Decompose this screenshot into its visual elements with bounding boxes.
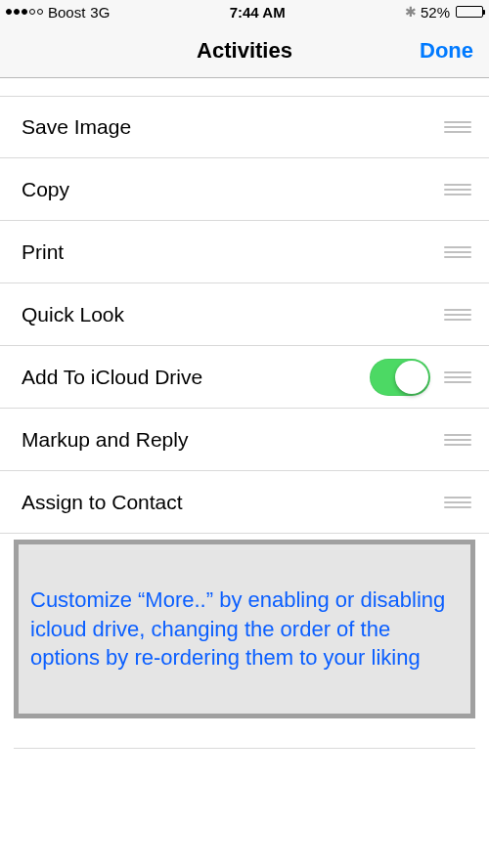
row-save-image[interactable]: Save Image (0, 96, 489, 158)
row-add-to-icloud-drive[interactable]: Add To iCloud Drive (0, 346, 489, 409)
carrier-label: Boost (48, 4, 85, 21)
row-print[interactable]: Print (0, 221, 489, 283)
row-label: Save Image (22, 115, 444, 139)
reorder-handle-icon[interactable] (444, 430, 471, 450)
row-label: Print (22, 240, 444, 264)
row-label: Copy (22, 178, 444, 201)
clock: 7:44 AM (230, 4, 286, 21)
status-bar: Boost 3G 7:44 AM ✱ 52% (0, 0, 489, 23)
row-markup-and-reply[interactable]: Markup and Reply (0, 409, 489, 471)
row-assign-to-contact[interactable]: Assign to Contact (0, 471, 489, 534)
reorder-handle-icon[interactable] (444, 368, 471, 387)
bluetooth-icon: ✱ (405, 4, 417, 20)
separator (14, 748, 475, 749)
done-button[interactable]: Done (420, 38, 473, 64)
battery-icon (456, 6, 483, 18)
navbar: Activities Done (0, 23, 489, 78)
row-label: Add To iCloud Drive (22, 366, 370, 389)
row-label: Assign to Contact (22, 491, 444, 514)
row-label: Quick Look (22, 303, 444, 326)
network-label: 3G (90, 4, 110, 21)
tip-callout: Customize “More..” by enabling or disabl… (14, 540, 475, 718)
row-copy[interactable]: Copy (0, 158, 489, 221)
row-quick-look[interactable]: Quick Look (0, 283, 489, 346)
signal-strength-icon (6, 9, 43, 15)
status-left: Boost 3G (6, 4, 110, 21)
reorder-handle-icon[interactable] (444, 117, 471, 137)
activities-list: Save Image Copy Print Quick Look Add To … (0, 96, 489, 534)
icloud-drive-toggle[interactable] (370, 359, 430, 396)
reorder-handle-icon[interactable] (444, 180, 471, 199)
reorder-handle-icon[interactable] (444, 305, 471, 325)
page-title: Activities (197, 38, 292, 64)
reorder-handle-icon[interactable] (444, 493, 471, 512)
battery-percent: 52% (421, 4, 450, 21)
reorder-handle-icon[interactable] (444, 242, 471, 262)
toggle-knob (395, 361, 428, 394)
status-right: ✱ 52% (405, 4, 483, 21)
row-label: Markup and Reply (22, 428, 444, 452)
